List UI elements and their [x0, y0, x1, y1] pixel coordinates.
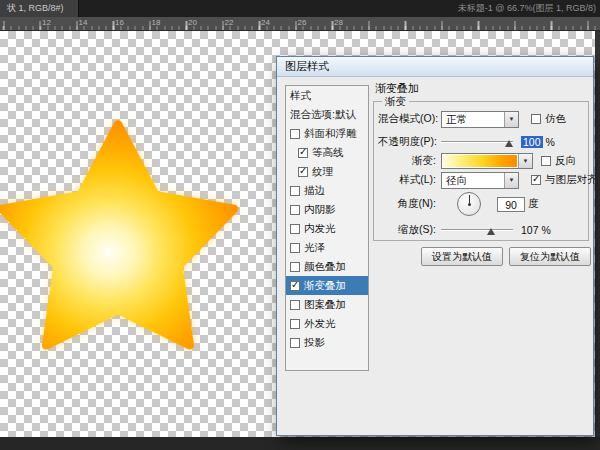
ruler[interactable]: 121416182022242628: [0, 17, 600, 31]
ruler-number: 22: [225, 18, 234, 27]
ruler-number: 16: [115, 18, 124, 27]
reverse-label: 反向: [555, 154, 576, 168]
photoshop-window: 状 1, RGB/8#) 未标题-1 @ 66.7%(图层 1, RGB/8) …: [0, 0, 600, 450]
scale-label: 缩放(S):: [378, 223, 436, 237]
document-tab-inactive[interactable]: 未标题-1 @ 66.7%(图层 1, RGB/8): [458, 0, 596, 17]
ruler-number: 24: [261, 18, 270, 27]
scale-row: 缩放(S): 107 %: [378, 221, 586, 239]
style-item-checkbox[interactable]: [290, 319, 300, 329]
dither-label: 仿色: [545, 112, 566, 126]
style-item-checkbox[interactable]: [290, 224, 300, 234]
scale-slider[interactable]: [441, 224, 513, 236]
ruler-number: 12: [42, 18, 51, 27]
angle-value[interactable]: 90: [497, 197, 525, 212]
style-item-checkbox[interactable]: [290, 243, 300, 253]
opacity-unit: %: [546, 136, 555, 148]
chevron-down-icon[interactable]: ▼: [504, 173, 518, 188]
style-item-checkbox[interactable]: [298, 148, 308, 158]
style-item-label: 斜面和浮雕: [304, 127, 357, 141]
style-item-checkbox[interactable]: [290, 338, 300, 348]
layer-style-dialog: 图层样式 样式 混合选项:默认 斜面和浮雕 等高线 纹理 描边 内阴影 内发光 …: [276, 56, 594, 436]
scale-unit: %: [542, 224, 551, 236]
opacity-label: 不透明度(P):: [378, 135, 436, 149]
opacity-slider[interactable]: [441, 136, 513, 148]
scale-value[interactable]: 107: [521, 224, 539, 236]
reverse-checkbox[interactable]: [541, 156, 551, 166]
style-list-item[interactable]: 光泽: [286, 238, 368, 257]
style-item-label: 样式: [290, 89, 311, 103]
style-item-label: 光泽: [304, 241, 325, 255]
style-item-checkbox[interactable]: [290, 300, 300, 310]
document-tab-bar: 状 1, RGB/8#) 未标题-1 @ 66.7%(图层 1, RGB/8): [0, 0, 600, 17]
style-list-item[interactable]: 颜色叠加: [286, 257, 368, 276]
angle-dial[interactable]: [457, 192, 481, 216]
style-list-item[interactable]: 等高线: [286, 143, 368, 162]
style-list-item[interactable]: 描边: [286, 181, 368, 200]
style-select[interactable]: 径向 ▼: [441, 172, 519, 189]
style-item-checkbox[interactable]: [290, 281, 300, 291]
style-list-item[interactable]: 图案叠加: [286, 295, 368, 314]
status-bar: [0, 437, 600, 450]
style-item-checkbox[interactable]: [290, 129, 300, 139]
opacity-slider-thumb[interactable]: [505, 140, 513, 147]
reset-default-button[interactable]: 复位为默认值: [509, 247, 591, 266]
document-tab-label: 状 1, RGB/8#): [7, 3, 64, 13]
opacity-value[interactable]: 100: [521, 136, 543, 148]
star-shape: [0, 101, 240, 369]
chevron-down-icon[interactable]: ▼: [518, 154, 532, 168]
style-list-item[interactable]: 外发光: [286, 314, 368, 333]
style-list-item[interactable]: 内阴影: [286, 200, 368, 219]
dialog-title: 图层样式: [285, 60, 329, 72]
make-default-button[interactable]: 设置为默认值: [421, 247, 503, 266]
opacity-slider-track: [441, 141, 513, 143]
style-list-item[interactable]: 纹理: [286, 162, 368, 181]
dialog-title-bar[interactable]: 图层样式: [277, 57, 593, 77]
style-item-label: 等高线: [312, 146, 344, 160]
blend-mode-label: 混合模式(O):: [378, 112, 436, 126]
style-item-label: 外发光: [304, 317, 336, 331]
ruler-number: 28: [334, 18, 343, 27]
style-list-item[interactable]: 样式: [286, 86, 368, 105]
angle-label: 角度(N):: [378, 197, 436, 211]
blend-mode-select[interactable]: 正常 ▼: [441, 111, 519, 128]
style-item-checkbox[interactable]: [290, 205, 300, 215]
style-list-item[interactable]: 混合选项:默认: [286, 105, 368, 124]
document-tab-active[interactable]: 状 1, RGB/8#): [0, 0, 79, 17]
align-with-layer-checkbox[interactable]: [531, 175, 541, 185]
document-tab-inactive-label: 未标题-1 @ 66.7%(图层 1, RGB/8): [458, 3, 596, 13]
style-row: 样式(L): 径向 ▼ 与图层对齐: [378, 171, 586, 189]
style-item-checkbox[interactable]: [298, 167, 308, 177]
style-item-label: 图案叠加: [304, 298, 346, 312]
gradient-picker[interactable]: ▼: [441, 153, 533, 169]
gradient-group: 渐变 混合模式(O): 正常 ▼ 仿色 不透明度(P):: [373, 101, 589, 241]
style-item-label: 内阴影: [304, 203, 336, 217]
scale-slider-thumb[interactable]: [487, 228, 495, 235]
dither-checkbox[interactable]: [531, 114, 541, 124]
dialog-body: 样式 混合选项:默认 斜面和浮雕 等高线 纹理 描边 内阴影 内发光 光泽 颜色…: [277, 77, 593, 435]
gradient-row: 渐变: ▼ 反向: [378, 152, 586, 170]
angle-row: 角度(N): 90 度: [378, 190, 586, 218]
style-item-checkbox[interactable]: [290, 262, 300, 272]
style-item-label: 颜色叠加: [304, 260, 346, 274]
blend-mode-row: 混合模式(O): 正常 ▼ 仿色: [378, 110, 586, 128]
style-item-label: 内发光: [304, 222, 336, 236]
style-item-label: 描边: [304, 184, 325, 198]
blend-mode-value: 正常: [446, 113, 467, 127]
style-list-item[interactable]: 投影: [286, 333, 368, 352]
panel-heading: 渐变叠加: [375, 81, 419, 96]
chevron-down-icon[interactable]: ▼: [504, 112, 518, 127]
style-list-item[interactable]: 斜面和浮雕: [286, 124, 368, 143]
styles-list: 样式 混合选项:默认 斜面和浮雕 等高线 纹理 描边 内阴影 内发光 光泽 颜色…: [285, 85, 369, 371]
gradient-label: 渐变:: [378, 154, 436, 168]
angle-unit: 度: [528, 197, 539, 211]
opacity-row: 不透明度(P): 100 %: [378, 133, 586, 151]
style-label: 样式(L):: [378, 173, 436, 187]
panel-edge: [595, 31, 600, 437]
align-with-layer-label: 与图层对齐: [545, 173, 598, 187]
style-item-checkbox[interactable]: [290, 186, 300, 196]
style-list-item[interactable]: 渐变叠加: [286, 276, 368, 295]
scale-slider-track: [441, 229, 513, 231]
style-item-label: 渐变叠加: [304, 279, 346, 293]
gradient-preview[interactable]: [443, 155, 517, 167]
style-list-item[interactable]: 内发光: [286, 219, 368, 238]
